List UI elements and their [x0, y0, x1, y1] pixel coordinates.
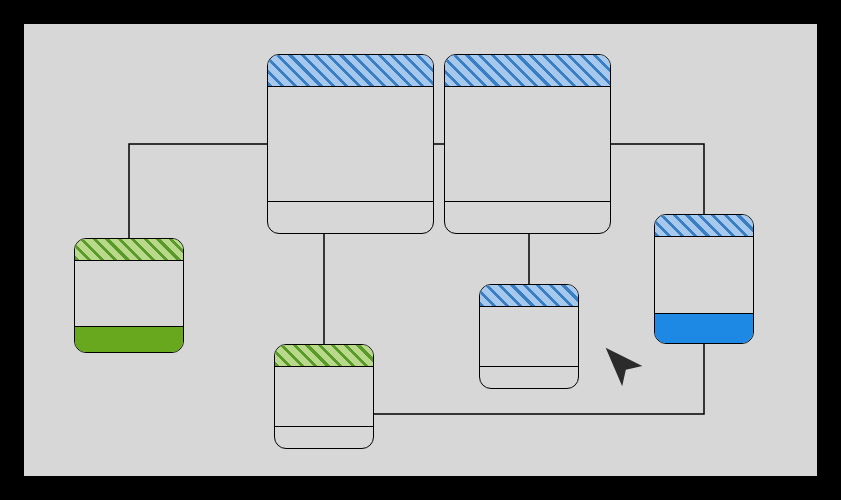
node-footer: [268, 201, 433, 233]
node-footer: [480, 366, 578, 388]
node-left-green[interactable]: [74, 238, 184, 353]
node-right-blue[interactable]: [654, 214, 754, 344]
node-footer: [75, 326, 183, 352]
diagram-canvas[interactable]: [24, 24, 817, 476]
node-bot-green[interactable]: [274, 344, 374, 449]
node-mid-blue[interactable]: [479, 284, 579, 389]
node-footer: [655, 313, 753, 343]
diagram-frame: [20, 20, 821, 480]
node-header: [480, 285, 578, 307]
node-header: [445, 55, 610, 87]
node-big-right[interactable]: [444, 54, 611, 234]
node-header: [75, 239, 183, 261]
node-footer: [275, 426, 373, 448]
node-footer: [445, 201, 610, 233]
cursor-icon: [602, 344, 646, 388]
node-header: [268, 55, 433, 87]
node-header: [275, 345, 373, 367]
node-header: [655, 215, 753, 237]
node-big-left[interactable]: [267, 54, 434, 234]
